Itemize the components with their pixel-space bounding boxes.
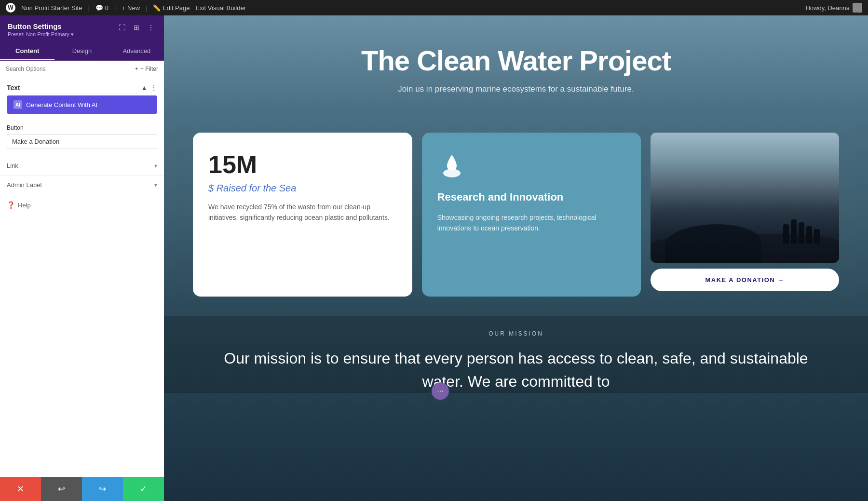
pencil-icon: ✏️: [153, 4, 163, 12]
stat-title: $ Raised for the Sea: [208, 183, 397, 194]
cancel-icon: ✕: [17, 484, 24, 494]
cancel-button[interactable]: ✕: [0, 477, 41, 501]
ai-icon-label: AI: [15, 102, 20, 108]
redo-icon: ↪: [99, 484, 106, 494]
page-content: The Clean Water Project Join us in prese…: [164, 15, 868, 501]
donate-card: MAKE A DONATION →: [651, 133, 839, 291]
mission-section: OUR MISSION Our mission is to ensure tha…: [164, 316, 868, 393]
comments-link[interactable]: 💬 0: [95, 4, 108, 12]
sidebar-title-group: Button Settings Preset: Non Profit Prima…: [8, 22, 74, 38]
main-layout: Button Settings Preset: Non Profit Prima…: [0, 15, 868, 501]
cards-row: 15M $ Raised for the Sea We have recycle…: [164, 133, 868, 316]
options-search: + + Filter: [0, 61, 164, 77]
stat-text: We have recycled 75% of the waste from o…: [208, 202, 397, 223]
chat-bubble[interactable]: ···: [432, 382, 449, 400]
separator2: |: [114, 4, 116, 12]
collapse-icon[interactable]: ▲: [141, 84, 148, 92]
top-bar: W Non Profit Starter Site | 💬 0 | + New …: [0, 0, 868, 15]
fullscreen-icon[interactable]: ⛶: [117, 22, 127, 33]
section-more-icon[interactable]: ⋮: [150, 84, 157, 92]
admin-label-title: Admin Label: [7, 181, 41, 189]
sidebar-content: Text ▲ ⋮ AI Generate Content With AI But…: [0, 77, 164, 477]
undo-button[interactable]: ↩: [41, 477, 82, 501]
sidebar-bottom-bar: ✕ ↩ ↪ ✓: [0, 477, 164, 501]
link-section-title: Link: [7, 162, 18, 169]
undo-icon: ↩: [58, 484, 65, 494]
settings-sidebar: Button Settings Preset: Non Profit Prima…: [0, 15, 164, 501]
ai-icon: AI: [14, 100, 22, 109]
search-input[interactable]: [6, 66, 131, 72]
tab-advanced[interactable]: Advanced: [109, 42, 164, 60]
ai-generate-button[interactable]: AI Generate Content With AI: [7, 95, 157, 114]
save-icon: ✓: [140, 484, 147, 494]
settings-title: Button Settings: [8, 22, 74, 30]
settings-tabs: Content Design Advanced: [0, 42, 164, 61]
new-menu[interactable]: + New: [122, 4, 140, 12]
separator3: |: [146, 4, 147, 12]
user-menu[interactable]: Howdy, Deanna: [805, 3, 862, 13]
help-icon: ❓: [7, 201, 15, 209]
text-section-header: Text ▲ ⋮: [0, 77, 164, 95]
stat-number: 15M: [208, 150, 397, 179]
howdy-text: Howdy, Deanna: [805, 4, 850, 12]
section-header-icons: ▲ ⋮: [141, 84, 157, 92]
donate-image-overlay: [651, 185, 839, 263]
button-field-label: Button: [7, 124, 157, 131]
redo-button[interactable]: ↪: [82, 477, 123, 501]
exit-builder-label: Exit Visual Builder: [195, 4, 246, 12]
filter-label: + Filter: [140, 66, 158, 72]
tab-design[interactable]: Design: [54, 42, 109, 60]
donate-button-label: MAKE A DONATION →: [705, 276, 784, 284]
save-button[interactable]: ✓: [123, 477, 164, 501]
hero-subtitle: Join us in preserving marine ecosystems …: [183, 84, 849, 94]
link-section[interactable]: Link ▾: [0, 156, 164, 175]
sidebar-header-icons: ⛶ ⊞ ⋮: [117, 22, 156, 33]
ai-generate-label: Generate Content With AI: [26, 101, 97, 108]
text-section-title: Text: [7, 84, 20, 92]
research-title: Research and Innovation: [437, 190, 626, 204]
button-text-input[interactable]: [7, 134, 157, 149]
admin-label-chevron-icon: ▾: [154, 182, 157, 189]
donate-image: [651, 133, 839, 263]
preset-label[interactable]: Preset: Non Profit Primary ▾: [8, 31, 74, 38]
edit-page-label: Edit Page: [163, 4, 190, 12]
water-hand-icon: [437, 150, 466, 179]
water-icon-area: [437, 150, 626, 181]
admin-label-section[interactable]: Admin Label ▾: [0, 175, 164, 194]
exit-builder-link[interactable]: Exit Visual Builder: [195, 4, 246, 12]
mission-label: OUR MISSION: [212, 330, 820, 337]
new-label: New: [127, 4, 140, 12]
edit-page-link[interactable]: ✏️ Edit Page: [153, 4, 190, 12]
wordpress-icon: W: [6, 3, 15, 13]
filter-plus-icon: +: [135, 66, 138, 72]
hero-title: The Clean Water Project: [183, 44, 849, 77]
research-card: Research and Innovation Showcasing ongoi…: [422, 133, 641, 297]
separator: |: [88, 4, 89, 12]
help-label: Help: [18, 202, 31, 209]
filter-button[interactable]: + + Filter: [135, 66, 158, 72]
link-chevron-icon: ▾: [154, 162, 157, 169]
research-text: Showcasing ongoing research projects, te…: [437, 212, 626, 234]
user-avatar: [853, 3, 862, 13]
comment-icon: 💬: [95, 4, 103, 12]
columns-icon[interactable]: ⊞: [131, 22, 142, 33]
comments-count: 0: [105, 4, 108, 12]
chat-dots-icon: ···: [437, 387, 443, 395]
button-field-group: Button: [0, 121, 164, 156]
hero-section: The Clean Water Project Join us in prese…: [164, 15, 868, 133]
site-name: Non Profit Starter Site: [21, 4, 82, 12]
donate-button[interactable]: MAKE A DONATION →: [651, 269, 839, 291]
plus-icon: +: [122, 4, 125, 12]
tab-content[interactable]: Content: [0, 42, 54, 60]
mission-text: Our mission is to ensure that every pers…: [212, 347, 820, 393]
sidebar-header: Button Settings Preset: Non Profit Prima…: [0, 15, 164, 42]
help-section[interactable]: ❓ Help: [0, 194, 164, 216]
more-options-icon[interactable]: ⋮: [146, 22, 156, 33]
stat-card: 15M $ Raised for the Sea We have recycle…: [193, 133, 412, 297]
